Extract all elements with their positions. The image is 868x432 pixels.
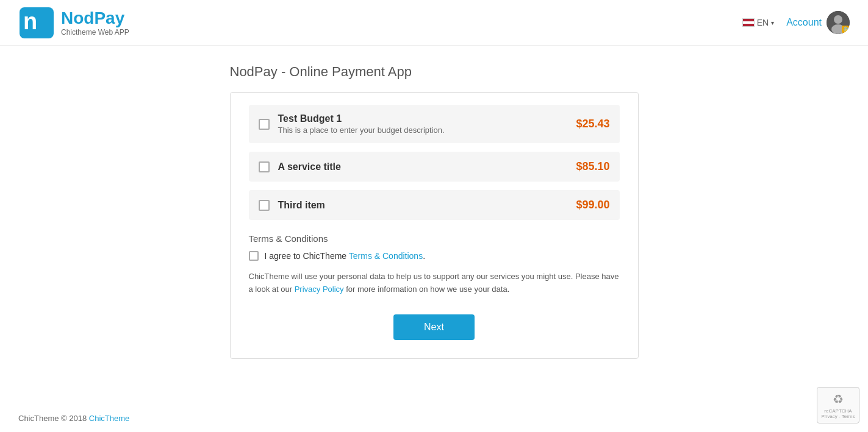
terms-label-before: I agree to ChicTheme: [265, 251, 349, 261]
service-name-1: Test Budget 1: [278, 113, 568, 124]
header-right: EN ▾ Account 🔒: [742, 11, 850, 34]
terms-conditions-link[interactable]: Terms & Conditions: [349, 251, 423, 261]
service-info-3: Third item: [278, 200, 568, 211]
terms-privacy-text: ChicTheme will use your personal data to…: [249, 271, 620, 296]
recaptcha-badge: ♻ reCAPTCHAPrivacy - Terms: [817, 387, 859, 423]
recaptcha-icon: ♻: [833, 392, 844, 406]
footer-text: ChicTheme © 2018: [18, 414, 89, 423]
footer-link[interactable]: ChicTheme: [89, 414, 129, 423]
next-button[interactable]: Next: [393, 314, 475, 340]
main-content: NodPay - Online Payment App Test Budget …: [0, 46, 868, 377]
service-desc-1: This is a place to enter your budget des…: [278, 126, 568, 135]
logo-area: n NodPay Chictheme Web APP: [18, 6, 129, 40]
recaptcha-text: reCAPTCHAPrivacy - Terms: [822, 408, 855, 419]
service-price-3: $99.00: [576, 199, 609, 211]
service-item-3: Third item $99.00: [249, 190, 620, 220]
logo-subtitle: Chictheme Web APP: [61, 28, 129, 37]
payment-card: Test Budget 1 This is a place to enter y…: [230, 92, 639, 359]
terms-checkbox-row: I agree to ChicTheme Terms & Conditions.: [249, 251, 620, 261]
flag-icon: [742, 18, 755, 27]
lang-label: EN: [757, 18, 769, 27]
logo-icon: n: [18, 6, 55, 40]
terms-label-suffix: .: [423, 251, 425, 261]
service-item-2: A service title $85.10: [249, 152, 620, 182]
account-area[interactable]: Account 🔒: [786, 11, 850, 34]
terms-label: I agree to ChicTheme Terms & Conditions.: [265, 251, 426, 261]
service-checkbox-2[interactable]: [259, 161, 270, 172]
service-name-3: Third item: [278, 200, 568, 211]
service-checkbox-1[interactable]: [259, 119, 270, 130]
service-item-1: Test Budget 1 This is a place to enter y…: [249, 105, 620, 143]
service-info-2: A service title: [278, 161, 568, 172]
svg-point-3: [834, 15, 842, 24]
footer: ChicTheme © 2018 ChicTheme: [0, 405, 868, 432]
service-info-1: Test Budget 1 This is a place to enter y…: [278, 113, 568, 135]
svg-rect-5: [842, 26, 849, 33]
service-price-2: $85.10: [576, 160, 609, 173]
page-title: NodPay - Online Payment App: [230, 64, 412, 80]
svg-text:n: n: [23, 9, 37, 34]
terms-section: Terms & Conditions I agree to ChicTheme …: [249, 233, 620, 296]
service-price-1: $25.43: [576, 118, 609, 130]
terms-checkbox[interactable]: [249, 251, 259, 261]
privacy-text-after: for more information on how we use your …: [344, 285, 510, 294]
account-label: Account: [786, 17, 822, 28]
service-name-2: A service title: [278, 161, 568, 172]
avatar: 🔒: [827, 11, 850, 34]
logo-title: NodPay: [61, 9, 129, 28]
logo-text-wrapper: NodPay Chictheme Web APP: [61, 9, 129, 37]
header: n NodPay Chictheme Web APP EN ▾ Account …: [0, 0, 868, 46]
privacy-policy-link[interactable]: Privacy Policy: [295, 285, 344, 294]
avatar-icon: 🔒: [827, 11, 850, 34]
chevron-down-icon: ▾: [771, 19, 774, 26]
terms-title: Terms & Conditions: [249, 233, 620, 244]
next-button-wrapper: Next: [249, 314, 620, 340]
service-checkbox-3[interactable]: [259, 200, 270, 211]
svg-text:🔒: 🔒: [842, 26, 850, 34]
language-selector[interactable]: EN ▾: [742, 18, 774, 27]
